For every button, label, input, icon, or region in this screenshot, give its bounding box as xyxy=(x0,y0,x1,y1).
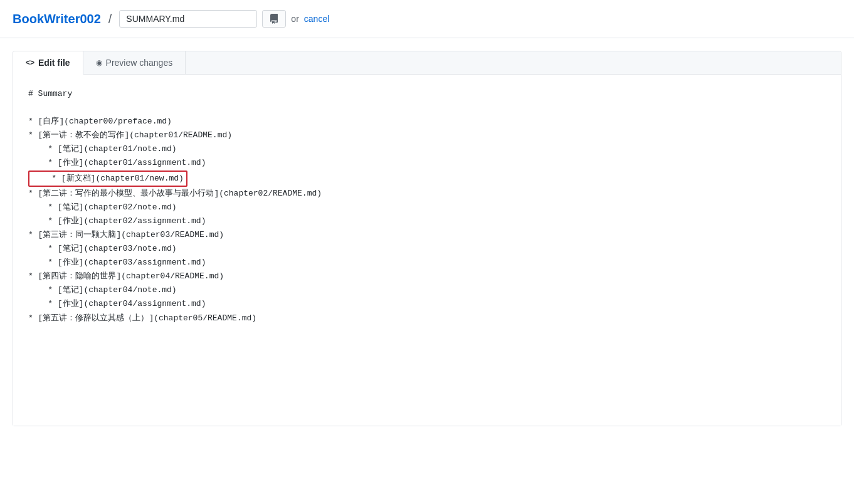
editor-line: * [笔记](chapter03/note.md) xyxy=(28,242,826,256)
editor-line: * [笔记](chapter04/note.md) xyxy=(28,283,826,297)
editor-line: * [第二讲：写作的最小模型、最小故事与最小行动](chapter02/READ… xyxy=(28,187,826,201)
editor-line: * [作业](chapter04/assignment.md) xyxy=(28,297,826,311)
editor-line: * [第三讲：同一颗大脑](chapter03/README.md) xyxy=(28,228,826,242)
editor-tabs: <> Edit file ◉ Preview changes xyxy=(13,51,841,75)
editor-line: * [新文档](chapter01/new.md) xyxy=(28,171,826,187)
top-bar: BookWriter002 / or cancel xyxy=(0,0,854,38)
editor-line: * [作业](chapter02/assignment.md) xyxy=(28,214,826,228)
edit-file-icon: <> xyxy=(26,58,34,67)
tab-edit-file-label: Edit file xyxy=(38,58,70,68)
editor-line: * [作业](chapter03/assignment.md) xyxy=(28,256,826,270)
editor-line: * [第四讲：隐喻的世界](chapter04/README.md) xyxy=(28,270,826,283)
editor-empty-line xyxy=(28,101,826,115)
commit-icon xyxy=(269,14,279,24)
or-text: or xyxy=(291,14,298,24)
editor-line: * [第一讲：教不会的写作](chapter01/README.md) xyxy=(28,129,826,142)
highlighted-editor-line: * [新文档](chapter01/new.md) xyxy=(28,171,187,187)
cancel-link[interactable]: cancel xyxy=(304,14,329,24)
editor-line: * [第五讲：修辞以立其感（上）](chapter05/README.md) xyxy=(28,312,826,325)
editor-line: * [笔记](chapter01/note.md) xyxy=(28,142,826,156)
editor-container: <> Edit file ◉ Preview changes # Summary… xyxy=(13,51,841,426)
breadcrumb-separator: / xyxy=(108,12,112,26)
editor-line: # Summary xyxy=(28,87,826,101)
editor-line: * [作业](chapter01/assignment.md) xyxy=(28,156,826,170)
tab-edit-file[interactable]: <> Edit file xyxy=(13,51,83,75)
editor-content[interactable]: # Summary* [自序](chapter00/preface.md)* [… xyxy=(13,75,841,426)
editor-line: * [自序](chapter00/preface.md) xyxy=(28,115,826,129)
editor-line: * [笔记](chapter02/note.md) xyxy=(28,201,826,214)
tab-preview-label: Preview changes xyxy=(106,58,173,68)
repo-name-link[interactable]: BookWriter002 xyxy=(13,12,101,26)
filename-input[interactable] xyxy=(119,10,257,28)
tab-preview-changes[interactable]: ◉ Preview changes xyxy=(83,51,186,74)
commit-file-button[interactable] xyxy=(262,10,286,28)
preview-icon: ◉ xyxy=(96,58,102,67)
